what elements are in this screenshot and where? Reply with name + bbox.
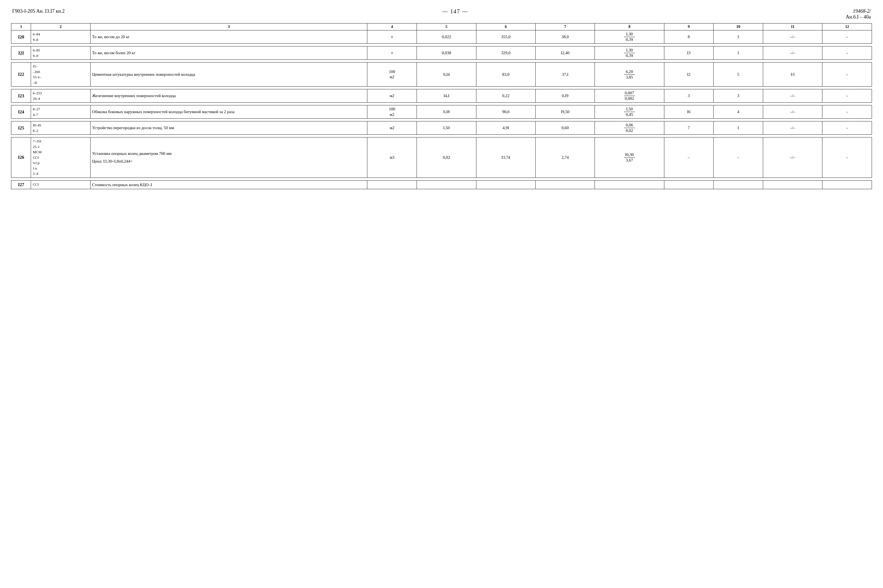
spacer-row (11, 177, 872, 180)
row-col6: I3,74 (476, 138, 536, 178)
row-num: I26 (11, 138, 31, 178)
row-col12: – (822, 30, 872, 44)
row-num: I25 (11, 122, 31, 135)
row-col11 (763, 180, 822, 189)
row-col12 (822, 180, 872, 189)
row-description: Обмазка боковых наружных поверхностей ко… (90, 105, 367, 118)
row-col5: I4,I (417, 89, 476, 103)
row-col10: 5 (714, 63, 763, 87)
col-header-9: 9 (664, 24, 714, 30)
row-col10: I (714, 46, 763, 60)
row-col7: 0,I9 (536, 89, 594, 103)
row-col8-fraction (595, 180, 664, 189)
row-col12: – (822, 105, 872, 118)
col-header-11: 11 (763, 24, 822, 30)
spacer-row (11, 60, 872, 63)
header-center-text: — 147 — (442, 8, 468, 15)
row-col7: I9,50 (536, 105, 594, 118)
row-col7: 2,74 (536, 138, 594, 178)
row-code: I0–45 8–2 (31, 122, 90, 135)
row-num: I2I (11, 46, 31, 60)
row-unit (367, 180, 417, 189)
row-col5 (417, 180, 476, 189)
row-unit: м2 (367, 122, 417, 135)
row-num: I20 (11, 30, 31, 44)
table-row: I25I0–45 8–2Устройство перегородки из до… (11, 122, 872, 135)
row-col6: 355,0 (476, 30, 536, 44)
row-code: 8–27 4–7 (31, 105, 90, 118)
row-col10: 4 (714, 105, 763, 118)
row-col11: –/– (763, 30, 822, 44)
header-sheet: Ан.6.I – 40а (845, 14, 871, 20)
table-row: I248–27 4–7Обмазка боковых наружных пове… (11, 105, 872, 118)
row-description: Установка опорных колец диаметром 700 мм… (90, 138, 367, 178)
row-description: То же, весом до 20 кг (90, 30, 367, 44)
row-col7: 0,60 (536, 122, 594, 135)
row-unit: 100м2 (367, 63, 417, 87)
row-col10 (714, 180, 763, 189)
row-col9 (664, 180, 714, 189)
row-col9: 7 (664, 122, 714, 135)
row-col5: I,50 (417, 122, 476, 135)
row-description: Стоимость опорных колец КЦО–I (90, 180, 367, 189)
row-col8-fraction: I,500,45 (595, 105, 664, 118)
page-header: Г903-I-205 Ан. I3.I7 кн.2 — 147 — 19468-… (11, 8, 872, 20)
row-col11: –/– (763, 105, 822, 118)
row-col6 (476, 180, 536, 189)
row-code: 7–35I 25–I МСМ ССI ч.I р. I п. 2–4 (31, 138, 90, 178)
row-unit: 100м2 (367, 105, 417, 118)
row-description: Цементная штукатурка внутренних поверхно… (90, 63, 367, 87)
row-col10: I (714, 30, 763, 44)
row-col8-fraction: 0,0070,002 (595, 89, 664, 103)
row-col5: 0,022 (417, 30, 476, 44)
row-code: 6–85 9–9 (31, 46, 90, 60)
col-header-7: 7 (536, 24, 594, 30)
header-right-block: 19468-2/ Ан.6.I – 40а (845, 8, 871, 20)
spacer-row (11, 103, 872, 105)
row-col12: – (822, 63, 872, 87)
spacer-row (11, 135, 872, 138)
row-col12: – (822, 46, 872, 60)
header-doc-number: 19468-2/ (853, 8, 871, 14)
table-row: I22I5– –260 55–I– –IIЦементная штукатурк… (11, 63, 872, 87)
col-header-5: 5 (417, 24, 476, 30)
col-header-10: 10 (714, 24, 763, 30)
row-unit: м3 (367, 138, 417, 178)
row-col5: 0,02 (417, 138, 476, 178)
row-col6: 329,0 (476, 46, 536, 60)
row-description: Устройство перегородки из досок толщ. 50… (90, 122, 367, 135)
spacer-row (11, 44, 872, 46)
row-num: I23 (11, 89, 31, 103)
row-col11: –/– (763, 46, 822, 60)
row-col8-fraction: 0,060,02 (595, 122, 664, 135)
row-col6: 4,9I (476, 122, 536, 135)
row-unit: т (367, 30, 417, 44)
row-col8-fraction: I,300,39 (595, 30, 664, 44)
row-col6: 0,22 (476, 89, 536, 103)
row-col11: –/– (763, 89, 822, 103)
row-code: ССI (31, 180, 90, 189)
row-col9: I3 (664, 46, 714, 60)
spacer-row (11, 87, 872, 89)
row-col11: I/I (763, 63, 822, 87)
col-header-8: 8 (595, 24, 664, 30)
table-header-row: 1 2 3 4 5 6 7 8 9 10 11 12 (11, 24, 872, 30)
row-col7 (536, 180, 594, 189)
row-col9: – (664, 138, 714, 178)
row-col7: I2,40 (536, 46, 594, 60)
row-col10: – (714, 138, 763, 178)
row-col7: 38,0 (536, 30, 594, 44)
col-header-4: 4 (367, 24, 417, 30)
table-row: I206–84 9–8То же, весом до 20 кгт0,02235… (11, 30, 872, 44)
row-num: I27 (11, 180, 31, 189)
row-col12: – (822, 89, 872, 103)
col-header-12: 12 (822, 24, 872, 30)
row-col6: 83,0 (476, 63, 536, 87)
row-col9: I2 (664, 63, 714, 87)
row-col5: 0,038 (417, 46, 476, 60)
table-row: I236–253 29–4Железнение внутренних повер… (11, 89, 872, 103)
row-num: I24 (11, 105, 31, 118)
row-col8-fraction: 6,203,85 (595, 63, 664, 87)
header-left-text: Г903-I-205 Ан. I3.I7 кн.2 (12, 8, 65, 14)
row-col9: 8 (664, 30, 714, 44)
